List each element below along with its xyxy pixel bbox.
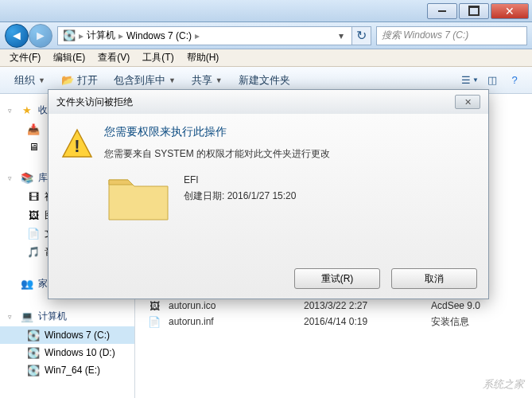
menu-tools[interactable]: 工具(T) (136, 49, 180, 66)
file-date: 2016/4/14 0:19 (304, 316, 423, 327)
dialog-main-message: 您需要权限来执行此操作 (104, 125, 330, 139)
navigation-bar: ◄ ► 💽 ▸ 计算机 ▸ Windows 7 (C:) ▸ ▾ ↻ 搜索 Wi… (0, 22, 532, 49)
dialog-close-button[interactable] (455, 95, 480, 109)
dialog-title: 文件夹访问被拒绝 (56, 96, 133, 109)
menu-view[interactable]: 查看(V) (91, 49, 136, 66)
file-row[interactable]: 📄 autorun.inf 2016/4/14 0:19 安装信息 (140, 314, 527, 330)
window-titlebar (0, 0, 532, 22)
svg-text:!: ! (74, 136, 80, 156)
folder-open-icon: 📂 (61, 74, 74, 87)
file-type: 安装信息 (431, 315, 519, 329)
breadcrumb-root[interactable]: 计算机 (87, 29, 115, 42)
sidebar-drive-e[interactable]: 💽Win7_64 (E:) (0, 361, 134, 379)
open-button[interactable]: 📂打开 (53, 70, 106, 91)
organize-button[interactable]: 组织▼ (6, 70, 53, 91)
menu-edit[interactable]: 编辑(E) (47, 49, 91, 66)
computer-icon: 💻 (21, 310, 33, 323)
drive-icon: 💽 (27, 329, 40, 341)
drive-icon: 💽 (27, 364, 40, 377)
close-button[interactable] (491, 3, 529, 19)
drive-icon: 💽 (63, 29, 76, 42)
document-icon: 📄 (27, 228, 40, 240)
homegroup-icon: 👥 (21, 278, 33, 291)
music-icon: 🎵 (27, 246, 40, 259)
preview-pane-button[interactable]: ◫ (481, 71, 503, 90)
sidebar-drive-c[interactable]: 💽Windows 7 (C:) (0, 326, 134, 344)
breadcrumb-sep-icon: ▸ (118, 30, 123, 41)
breadcrumb-sep-icon: ▸ (195, 30, 200, 41)
refresh-button[interactable]: ↻ (352, 26, 371, 45)
breadcrumb-path[interactable]: Windows 7 (C:) (126, 30, 192, 41)
help-button[interactable]: ? (503, 71, 526, 90)
maximize-button[interactable] (459, 3, 489, 19)
folder-icon (104, 169, 173, 226)
desktop-icon: 🖥 (27, 140, 40, 153)
picture-icon: 🖼 (27, 209, 40, 222)
cancel-button[interactable]: 取消 (391, 268, 477, 289)
address-bar[interactable]: 💽 ▸ 计算机 ▸ Windows 7 (C:) ▸ ▾ (57, 26, 352, 45)
menu-bar: 文件(F) 编辑(E) 查看(V) 工具(T) 帮助(H) (0, 49, 532, 67)
dialog-sub-message: 您需要来自 SYSTEM 的权限才能对此文件夹进行更改 (104, 147, 330, 161)
drive-icon: 💽 (27, 346, 40, 359)
newfolder-button[interactable]: 新建文件夹 (231, 70, 298, 91)
chevron-down-icon: ▼ (38, 76, 45, 84)
forward-button[interactable]: ► (29, 24, 52, 48)
file-date: 2013/3/22 2:27 (304, 300, 423, 311)
retry-button[interactable]: 重试(R) (294, 268, 380, 289)
file-name: autorun.inf (169, 316, 296, 327)
warning-icon: ! (61, 128, 93, 158)
menu-help[interactable]: 帮助(H) (181, 49, 226, 66)
chevron-down-icon: ▼ (216, 76, 223, 84)
file-row[interactable]: 🖼 autorun.ico 2013/3/22 2:27 AcdSee 9.0 (140, 298, 527, 314)
dialog-folder-name: EFI (184, 172, 296, 188)
view-options-button[interactable]: ☰ ▼ (459, 71, 481, 90)
minimize-button[interactable] (427, 3, 457, 19)
computer-group[interactable]: ▿💻计算机 (0, 305, 134, 326)
include-button[interactable]: 包含到库中▼ (106, 70, 184, 91)
watermark: 系统之家 (483, 377, 524, 392)
sidebar-drive-d[interactable]: 💽Windows 10 (D:) (0, 344, 134, 361)
file-icon: 🖼 (148, 299, 161, 312)
back-button[interactable]: ◄ (5, 24, 29, 48)
menu-file[interactable]: 文件(F) (3, 49, 47, 66)
dialog-titlebar: 文件夹访问被拒绝 (49, 90, 488, 114)
dialog-created-date: 创建日期: 2016/1/27 15:20 (184, 188, 296, 204)
share-button[interactable]: 共享▼ (184, 70, 231, 91)
file-icon: 📄 (148, 315, 161, 328)
video-icon: 🎞 (27, 191, 40, 204)
download-icon: 📥 (27, 123, 40, 135)
chevron-down-icon: ▼ (169, 76, 176, 84)
file-type: AcdSee 9.0 (431, 300, 519, 311)
star-icon: ★ (21, 104, 33, 117)
address-dropdown-icon[interactable]: ▾ (336, 30, 347, 41)
library-icon: 📚 (21, 172, 33, 185)
breadcrumb-sep-icon: ▸ (79, 30, 83, 41)
access-denied-dialog: 文件夹访问被拒绝 ! 您需要权限来执行此操作 您需要来自 SYSTEM 的权限才… (48, 89, 489, 299)
search-placeholder: 搜索 Windows 7 (C:) (382, 29, 468, 42)
file-name: autorun.ico (169, 300, 296, 311)
search-input[interactable]: 搜索 Windows 7 (C:) (376, 26, 527, 45)
